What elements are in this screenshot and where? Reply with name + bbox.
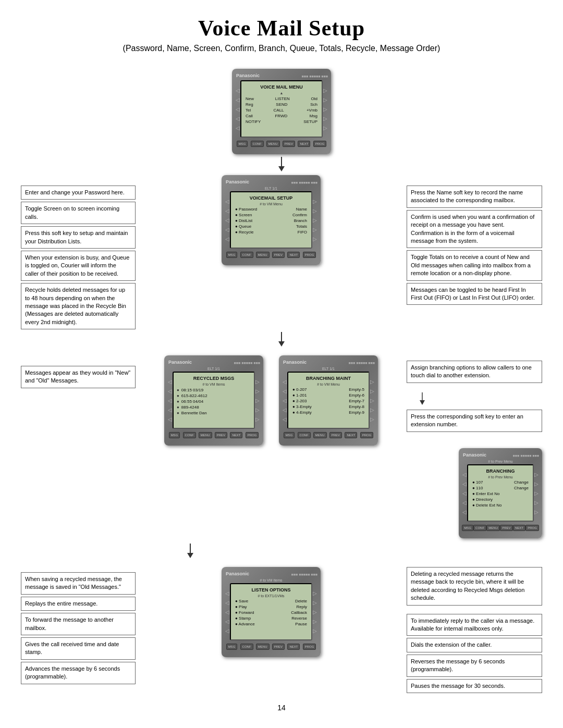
left-annotations-top: Enter and change your Password here. Tog…	[21, 175, 136, 329]
btn-conf-2[interactable]: CONF	[240, 252, 253, 258]
fourth-section: When saving a recycled message, the mess…	[21, 567, 542, 693]
recycle-entry-5: ●Bennette Dan	[176, 410, 252, 416]
btn-menu-1[interactable]: MENU	[266, 141, 280, 147]
annot-queue: When your extension is busy, and Queue i…	[21, 251, 136, 281]
screen-title-1: VOICE MAIL MENU	[243, 84, 320, 90]
soft-buttons-2: MSG CONF MENU PREV NEXT PROG	[225, 252, 317, 258]
phone-screen-4: BRANCHING MAINT # to VM Menu ● 0-207Empt…	[287, 372, 370, 429]
svg-marker-3	[278, 341, 285, 347]
branch-row-2: ● 1-201Empty-6	[290, 393, 366, 398]
voicemail-setup-phone: Panasonic ■■■ ■■■■■ ■■■ ELT 1/1 ◁ ◁ ◁ ◁ …	[222, 175, 321, 265]
voicemail-setup-center: Panasonic ■■■ ■■■■■ ■■■ ELT 1/1 ◁ ◁ ◁ ◁ …	[136, 175, 407, 265]
third-phones-center: Panasonic ■■■ ■■■■■ ■■■ ELT 1/1 ◁ ◁ ◁ ◁ …	[136, 355, 407, 446]
phone-model-2: ■■■ ■■■■■ ■■■	[291, 181, 317, 184]
setup-row-5: ● RecycleFIFO	[233, 230, 309, 235]
phone-screen-5: BRANCHING # to Prev Menu ● 107Change ● 1…	[467, 464, 534, 522]
annot-name: Press the Name soft key to record the na…	[407, 186, 542, 208]
recycle-entry-2: ●615-822-4612	[176, 393, 252, 399]
annot-screen: Toggle Screen on to screen incoming call…	[21, 202, 136, 224]
screen-sub2: # to VM Menu	[233, 202, 309, 206]
annot-totals: Toggle Totals on to receive a count of N…	[407, 250, 542, 280]
softkey-arrow-l1: ◁	[235, 88, 240, 93]
phone-brand-1: Panasonic	[235, 73, 260, 78]
softkey-arrow-r1: ▷	[323, 88, 328, 93]
phone-model-1: ■■■ ■■■■■ ■■■	[302, 75, 328, 78]
btn-msg-1[interactable]: MSG	[237, 141, 248, 147]
br-row-3: ● Enter Ext No	[470, 491, 531, 496]
setup-row-4: ● QueueTotals	[233, 224, 309, 229]
branch-row-4: ● 3-EmptyEmpty-8	[290, 404, 366, 409]
phone-screen-1: VOICE MAIL MENU ▲ NewLISTENOld RegSENDSc…	[240, 80, 323, 138]
screen-subtitle-2: ELT 1/1	[225, 187, 317, 190]
phone-outer-5: ◁ ◁ ◁ ◁ ◁ BRANCHING # to Prev Menu ● 107…	[462, 464, 539, 522]
screen-title-2: VOICEMAIL SETUP	[233, 195, 309, 201]
btn-prog-2[interactable]: PROG	[303, 252, 316, 258]
listen-row-2: ● PlayReply	[233, 604, 309, 609]
btn-next-2[interactable]: NEXT	[287, 252, 300, 258]
annot-confirm: Confirm is used when you want a confirma…	[407, 210, 542, 249]
annot-recycled-msgs: Messages appear as they would in "New" a…	[21, 366, 136, 388]
screen-sub-1: ▲	[243, 91, 320, 95]
soft-buttons-6: MSG CONF MENU PREV NEXT PROG	[225, 644, 317, 650]
softkey-arrow-r2: ▷	[323, 97, 328, 102]
phone-screen-3: RECYCLED MSGS # to VM Items ●08:15 03/19…	[173, 372, 255, 429]
phone-outer-4: ◁ ◁ ◁ ◁ ◁ BRANCHING MAINT # to VM Menu ●…	[282, 372, 375, 429]
annot-stamp: Gives the call received time and date st…	[21, 637, 136, 660]
annot-play: Replays the entire message.	[21, 597, 136, 611]
fourth-left-annots: When saving a recycled message, the mess…	[21, 567, 136, 684]
setup-row-1: ● PasswordName	[233, 207, 309, 212]
soft-buttons-1: MSG CONF MENU PREV NEXT PROG	[235, 141, 328, 147]
phone-brand-5: Panasonic	[462, 452, 486, 458]
model-4: ELT 1/1	[282, 367, 375, 371]
second-section: Enter and change your Password here. Tog…	[21, 175, 542, 329]
arrow-1	[21, 157, 542, 172]
right-softkeys-1: ▷ ▷ ▷ ▷ ▷	[323, 80, 328, 138]
page-subtitle: (Password, Name, Screen, Confirm, Branch…	[21, 44, 542, 53]
screen-title-3: RECYCLED MSGS	[176, 376, 252, 381]
page-layout: Voice Mail Setup (Password, Name, Screen…	[21, 16, 542, 712]
fourth-right-annots: Deleting a recycled message returns the …	[407, 567, 542, 693]
listen-options-phone: Panasonic ■■■ ■■■■■ ■■■ # to VM Items ◁ …	[222, 567, 321, 657]
softkey-arrow-r5: ▷	[323, 125, 328, 130]
arrow-2	[21, 332, 542, 348]
arrow-down-svg-1	[274, 157, 289, 172]
third-section: Messages appear as they would in "New" a…	[21, 355, 542, 446]
arrow-down-svg-3	[182, 544, 198, 559]
listen-row-5: ● AdvancePause	[233, 622, 309, 626]
annot-reverse: Reverses the message by 6 seconds (progr…	[407, 655, 542, 677]
listen-options-center: Panasonic ■■■ ■■■■■ ■■■ # to VM Items ◁ …	[136, 567, 407, 657]
screen-title-6: LISTEN OPTIONS	[233, 587, 309, 593]
annot-forward: To forward the message to another mailbo…	[21, 613, 136, 635]
recycled-msgs-phone: Panasonic ■■■ ■■■■■ ■■■ ELT 1/1 ◁ ◁ ◁ ◁ …	[164, 355, 263, 446]
btn-msg-2[interactable]: MSG	[226, 252, 238, 258]
soft-buttons-5: MSG CONF MENU PREV NEXT PROG	[462, 525, 539, 531]
soft-buttons-3: MSG CONF MENU PREV NEXT PROG	[167, 432, 260, 438]
btn-conf-1[interactable]: CONF	[251, 141, 264, 147]
btn-menu-2[interactable]: MENU	[256, 252, 270, 258]
arrow-3	[182, 544, 542, 559]
annot-pause: Pauses the message for 30 seconds.	[407, 679, 542, 693]
phone-outer-3: ◁ ◁ ◁ ◁ ◁ RECYCLED MSGS # to VM Items ●0…	[167, 372, 260, 429]
menu-row-1-2: RegSENDSch	[243, 102, 320, 107]
branch-row-1: ● 0-207Empty-5	[290, 387, 366, 392]
btn-next-1[interactable]: NEXT	[298, 141, 310, 147]
btn-prev-1[interactable]: PREV	[283, 141, 295, 147]
br-row-5: ● Delete Ext No	[470, 503, 531, 508]
svg-marker-7	[187, 553, 193, 558]
page-title: Voice Mail Setup	[21, 16, 542, 41]
phone-screen-2: VOICEMAIL SETUP # to VM Menu ● PasswordN…	[230, 191, 312, 249]
btn-prog-1[interactable]: PROG	[313, 141, 327, 147]
br-row-2: ● 110Change	[470, 486, 531, 490]
softkey-arrow-r3: ▷	[323, 106, 328, 112]
phone-screen-6: LISTEN OPTIONS # to EXT1/1VMs ● SaveDele…	[230, 583, 312, 640]
listen-row-3: ● ForwardCallback	[233, 610, 309, 615]
annot-save: When saving a recycled message, the mess…	[21, 572, 136, 595]
phone-outer-1: ◁ ◁ ◁ ◁ ◁ VOICE MAIL MENU ▲ NewLISTENOld…	[235, 80, 328, 138]
svg-marker-5	[420, 400, 425, 405]
btn-prev-2[interactable]: PREV	[272, 252, 285, 258]
annot-branching-bottom: Press the corresponding soft key to ente…	[407, 410, 542, 432]
phone-brand-3: Panasonic	[167, 360, 192, 365]
branch-row-3: ● 2-203Empty-7	[290, 399, 366, 403]
setup-row-2: ● ScreenConfirm	[233, 213, 309, 217]
branching-maint-phone: Panasonic ■■■ ■■■■■ ■■■ ELT 1/1 ◁ ◁ ◁ ◁ …	[279, 355, 378, 446]
